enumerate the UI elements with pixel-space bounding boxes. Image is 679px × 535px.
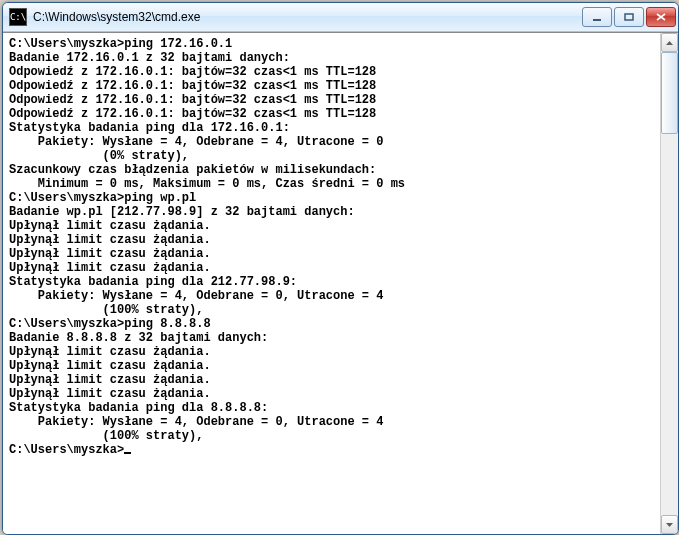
console-line: C:\Users\myszka>ping wp.pl	[9, 191, 654, 205]
console-line: Szacunkowy czas błądzenia pakietów w mil…	[9, 163, 654, 177]
svg-rect-0	[593, 19, 601, 21]
console-line: Badanie 8.8.8.8 z 32 bajtami danych:	[9, 331, 654, 345]
scroll-track[interactable]	[661, 52, 678, 515]
console-line: Upłynął limit czasu żądania.	[9, 247, 654, 261]
minimize-button[interactable]	[582, 7, 612, 27]
scroll-up-button[interactable]	[661, 33, 678, 52]
console-line: Badanie 172.16.0.1 z 32 bajtami danych:	[9, 51, 654, 65]
console-line: Upłynął limit czasu żądania.	[9, 373, 654, 387]
titlebar[interactable]: C:\ C:\Windows\system32\cmd.exe	[3, 3, 678, 32]
text-cursor	[124, 452, 131, 454]
console-line: Pakiety: Wysłane = 4, Odebrane = 0, Utra…	[9, 289, 654, 303]
console-line: Odpowiedź z 172.16.0.1: bajtów=32 czas<1…	[9, 79, 654, 93]
console-line: Upłynął limit czasu żądania.	[9, 219, 654, 233]
console-line: C:\Users\myszka>	[9, 443, 654, 457]
console-line: Pakiety: Wysłane = 4, Odebrane = 4, Utra…	[9, 135, 654, 149]
console-line: Odpowiedź z 172.16.0.1: bajtów=32 czas<1…	[9, 65, 654, 79]
close-button[interactable]	[646, 7, 676, 27]
console-line: Upłynął limit czasu żądania.	[9, 387, 654, 401]
maximize-icon	[624, 13, 634, 21]
console-line: C:\Users\myszka>ping 8.8.8.8	[9, 317, 654, 331]
console-output[interactable]: C:\Users\myszka>ping 172.16.0.1Badanie 1…	[3, 33, 660, 534]
scroll-thumb[interactable]	[661, 52, 678, 134]
console-line: C:\Users\myszka>ping 172.16.0.1	[9, 37, 654, 51]
client-area: C:\Users\myszka>ping 172.16.0.1Badanie 1…	[3, 32, 678, 534]
vertical-scrollbar[interactable]	[660, 33, 678, 534]
console-line: (100% straty),	[9, 429, 654, 443]
cmd-icon: C:\	[9, 8, 27, 26]
console-line: Upłynął limit czasu żądania.	[9, 233, 654, 247]
console-line: Upłynął limit czasu żądania.	[9, 359, 654, 373]
window-title: C:\Windows\system32\cmd.exe	[33, 10, 582, 24]
svg-rect-1	[625, 14, 633, 20]
console-line: Odpowiedź z 172.16.0.1: bajtów=32 czas<1…	[9, 93, 654, 107]
console-line: (100% straty),	[9, 303, 654, 317]
console-line: Upłynął limit czasu żądania.	[9, 261, 654, 275]
console-line: Odpowiedź z 172.16.0.1: bajtów=32 czas<1…	[9, 107, 654, 121]
console-line: (0% straty),	[9, 149, 654, 163]
cmd-window: C:\ C:\Windows\system32\cmd.exe C:\Users…	[2, 2, 679, 535]
console-line: Statystyka badania ping dla 212.77.98.9:	[9, 275, 654, 289]
minimize-icon	[592, 13, 602, 21]
chevron-up-icon	[666, 41, 673, 45]
console-line: Statystyka badania ping dla 172.16.0.1:	[9, 121, 654, 135]
window-buttons	[582, 7, 676, 27]
console-line: Badanie wp.pl [212.77.98.9] z 32 bajtami…	[9, 205, 654, 219]
console-line: Minimum = 0 ms, Maksimum = 0 ms, Czas śr…	[9, 177, 654, 191]
chevron-down-icon	[666, 523, 673, 527]
scroll-down-button[interactable]	[661, 515, 678, 534]
console-line: Statystyka badania ping dla 8.8.8.8:	[9, 401, 654, 415]
maximize-button[interactable]	[614, 7, 644, 27]
console-line: Upłynął limit czasu żądania.	[9, 345, 654, 359]
close-icon	[656, 13, 666, 21]
console-line: Pakiety: Wysłane = 4, Odebrane = 0, Utra…	[9, 415, 654, 429]
